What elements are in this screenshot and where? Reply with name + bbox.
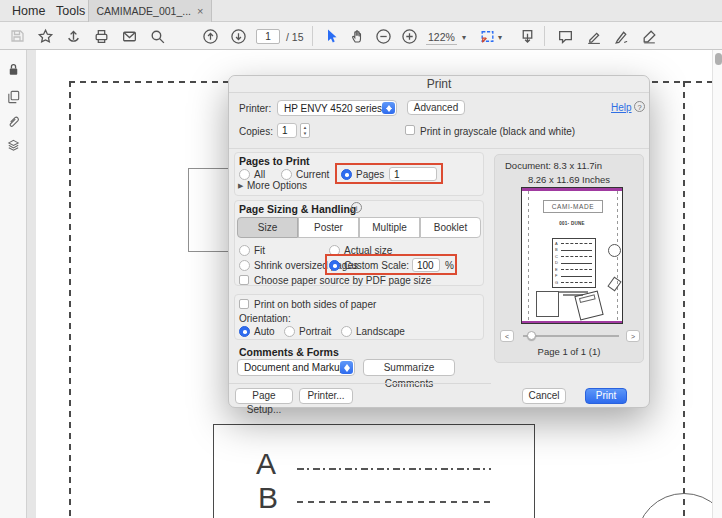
print-button[interactable]: Print [585,388,627,404]
page-number-input[interactable]: 1 [256,29,280,44]
radio-portrait[interactable] [284,326,295,337]
comment-icon[interactable] [556,27,574,45]
help-link[interactable]: Help [611,102,632,113]
paper-source-checkbox[interactable] [239,275,249,285]
attachments-paperclip-icon[interactable] [5,113,22,130]
duplex-checkbox[interactable] [239,299,249,309]
sizing-info-icon[interactable]: i [351,202,362,213]
copies-stepper[interactable]: ▲▼ [300,123,310,138]
radio-custom-scale[interactable] [329,260,340,271]
highlight-pen-icon[interactable] [584,27,602,45]
preview-prev-button[interactable]: < [500,330,514,342]
preview-next-button[interactable]: > [626,330,640,342]
search-icon[interactable] [148,27,166,45]
custom-scale-input[interactable]: 100 [412,258,440,272]
email-icon[interactable] [120,27,138,45]
print-icon[interactable] [92,27,110,45]
advanced-button[interactable]: Advanced [407,100,465,115]
save-icon[interactable] [8,27,26,45]
duplex-label: Print on both sides of paper [254,299,376,310]
radio-pages-label[interactable]: Pages [356,169,384,180]
pages-heading: Pages to Print [239,155,310,167]
layers-icon[interactable] [5,137,22,154]
zoom-out-icon[interactable] [374,27,392,45]
cancel-button[interactable]: Cancel [522,388,566,404]
document-label-box: A B C [213,424,535,518]
zoom-level-value[interactable]: 122% [426,31,457,45]
grayscale-checkbox[interactable] [405,125,415,135]
radio-portrait-label[interactable]: Portrait [299,326,331,337]
vertical-scrollbar[interactable] [712,50,722,518]
radio-landscape-label[interactable]: Landscape [356,326,405,337]
security-lock-icon[interactable] [5,61,22,78]
page-dashed-border-left [69,81,71,518]
radio-fit-label[interactable]: Fit [254,245,265,256]
share-upload-icon[interactable] [64,27,82,45]
printer-button[interactable]: Printer... [299,388,353,404]
preview-thumbnail: CAMI-MADE 001- DUNE A B C D E F G [521,187,623,324]
fill-sign-icon[interactable] [640,27,658,45]
preview-slider-thumb[interactable] [527,331,536,340]
custom-scale-label[interactable]: Custom Scale: [344,260,409,271]
radio-actual-size[interactable] [329,245,340,256]
comments-select[interactable]: Document and Markups [237,359,355,376]
radio-auto[interactable] [239,326,250,337]
sizing-tab-booklet[interactable]: Booklet [420,217,481,238]
footer-divider [229,383,491,384]
pages-range-input[interactable]: 1 [389,167,437,181]
page-thumbnails-icon[interactable] [5,88,22,105]
select-tool-icon[interactable] [322,27,340,45]
radio-shrink-label[interactable]: Shrink oversized pages [254,260,358,271]
acrobat-window: Home Tools CAMIMADE_001_... × 1 / 15 [0,0,722,518]
select-stepper-icon [382,102,395,114]
page-setup-button[interactable]: Page Setup... [235,388,293,404]
page-scrolling-icon[interactable] [518,27,536,45]
radio-current[interactable] [281,169,292,180]
sign-pen-icon[interactable] [612,27,630,45]
sizing-tab-multiple[interactable]: Multiple [359,217,420,238]
scrollbar-thumb[interactable] [715,53,722,65]
document-tab-label: CAMIMADE_001_... [97,5,192,17]
document-tab[interactable]: CAMIMADE_001_... × [88,0,212,22]
radio-current-label[interactable]: Current [296,169,329,180]
next-page-icon[interactable] [229,27,247,45]
radio-fit[interactable] [239,245,250,256]
orientation-label: Orientation: [239,313,291,324]
help-question-icon[interactable]: ? [634,101,645,112]
sizing-tab-size[interactable]: Size [237,217,298,238]
radio-auto-label[interactable]: Auto [254,326,275,337]
star-icon[interactable] [36,27,54,45]
radio-landscape[interactable] [341,326,352,337]
printer-label: Printer: [239,103,271,114]
preview-page-label: Page 1 of 1 (1) [495,346,643,357]
summarize-comments-button[interactable]: Summarize Comments [363,359,455,376]
radio-all[interactable] [239,169,250,180]
zoom-dropdown-caret-icon[interactable]: ▾ [462,33,466,42]
hand-tool-icon[interactable] [348,27,366,45]
fit-width-icon[interactable] [478,27,496,45]
page-count-label: / 15 [286,31,304,43]
radio-all-label[interactable]: All [254,169,265,180]
close-icon[interactable]: × [197,6,203,17]
previous-page-icon[interactable] [201,27,219,45]
label-letter-a: A [256,447,276,481]
sizing-tab-poster[interactable]: Poster [298,217,359,238]
more-options-label[interactable]: More Options [247,180,307,191]
fit-dropdown-caret-icon[interactable]: ▾ [498,33,502,42]
document-size-label: Document: 8.3 x 11.7in [505,160,602,171]
thumbnail-tilted-chip [607,277,621,292]
document-rectangle [188,168,229,252]
radio-actual-size-label[interactable]: Actual size [344,245,392,256]
toolbar-divider [544,26,545,46]
more-options-disclosure-icon[interactable]: ▶ [238,182,243,190]
sizing-heading: Page Sizing & Handling [239,203,356,215]
radio-pages[interactable] [341,169,352,180]
zoom-in-icon[interactable] [400,27,418,45]
preview-slider-track[interactable] [523,335,619,337]
printer-select[interactable]: HP ENVY 4520 series [277,100,397,116]
radio-shrink[interactable] [239,260,250,271]
copies-input[interactable]: 1 [277,123,297,138]
select-stepper-icon [340,361,353,374]
preview-panel: Document: 8.3 x 11.7in 8.26 x 11.69 Inch… [494,154,644,363]
grayscale-label: Print in grayscale (black and white) [420,126,575,137]
